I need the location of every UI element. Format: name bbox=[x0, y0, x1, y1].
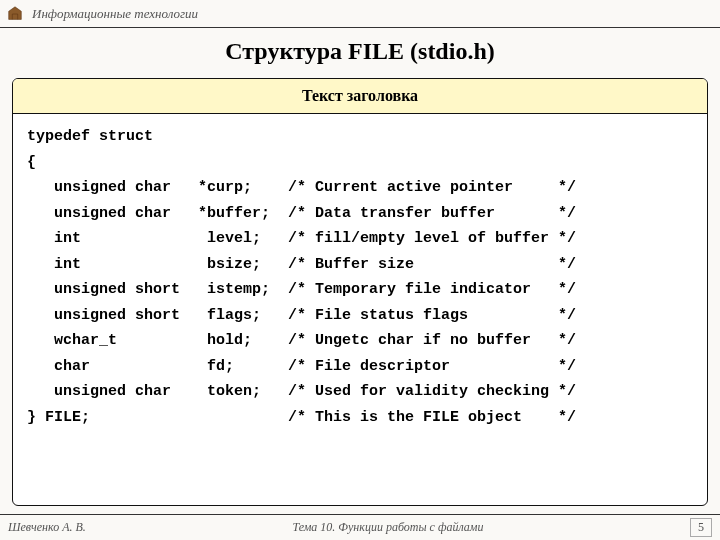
footer-topic: Тема 10. Функции работы с файлами bbox=[86, 520, 690, 535]
code-line: typedef struct bbox=[27, 124, 693, 150]
code-line: unsigned short istemp; /* Temporary file… bbox=[27, 277, 693, 303]
code-line: int bsize; /* Buffer size */ bbox=[27, 252, 693, 278]
footer-author: Шевченко А. В. bbox=[8, 520, 86, 535]
footer: Шевченко А. В. Тема 10. Функции работы с… bbox=[0, 514, 720, 540]
logo-icon bbox=[6, 5, 24, 23]
page-number: 5 bbox=[690, 518, 712, 537]
box-header: Текст заголовка bbox=[13, 79, 707, 114]
course-name: Информационные технологии bbox=[32, 6, 198, 22]
code-line: } FILE; /* This is the FILE object */ bbox=[27, 405, 693, 431]
code-line: unsigned short flags; /* File status fla… bbox=[27, 303, 693, 329]
code-line: wchar_t hold; /* Ungetc char if no buffe… bbox=[27, 328, 693, 354]
header-band: Информационные технологии bbox=[0, 0, 720, 28]
code-block: typedef struct{ unsigned char *curp; /* … bbox=[13, 114, 707, 436]
code-line: { bbox=[27, 150, 693, 176]
code-line: unsigned char token; /* Used for validit… bbox=[27, 379, 693, 405]
content-box: Текст заголовка typedef struct{ unsigned… bbox=[12, 78, 708, 506]
page-title: Структура FILE (stdio.h) bbox=[0, 38, 720, 65]
code-line: unsigned char *buffer; /* Data transfer … bbox=[27, 201, 693, 227]
code-line: unsigned char *curp; /* Current active p… bbox=[27, 175, 693, 201]
code-line: int level; /* fill/empty level of buffer… bbox=[27, 226, 693, 252]
code-line: char fd; /* File descriptor */ bbox=[27, 354, 693, 380]
